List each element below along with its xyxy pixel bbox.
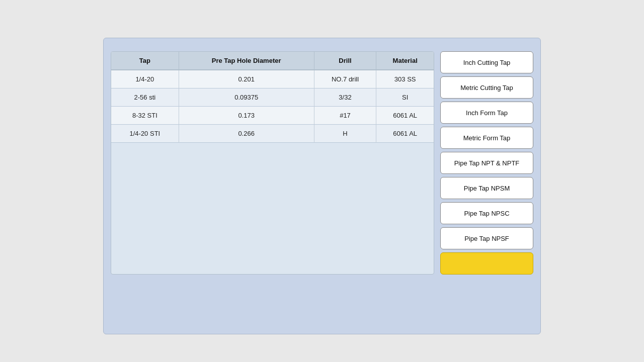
table-row: 2-56 sti0.093753/32SI — [111, 88, 434, 107]
buttons-area: Inch Cutting TapMetric Cutting TapInch F… — [440, 51, 533, 275]
col-drill: Drill — [314, 52, 376, 70]
content-area: Tap Pre Tap Hole Diameter Drill Material… — [111, 51, 533, 275]
cell-drill: H — [314, 125, 376, 143]
cell-tap: 1/4-20 STI — [111, 125, 179, 143]
pipe-tap-npsf-button[interactable]: Pipe Tap NPSF — [440, 227, 533, 249]
cell-drill: 3/32 — [314, 88, 376, 107]
cell-material: 303 SS — [376, 70, 434, 88]
cell-diameter: 0.173 — [179, 107, 314, 125]
inch-form-tap-button[interactable]: Inch Form Tap — [440, 102, 533, 124]
cell-tap: 2-56 sti — [111, 88, 179, 107]
table-row: 8-32 STI0.173#176061 AL — [111, 107, 434, 125]
cell-diameter: 0.266 — [179, 125, 314, 143]
drill-size-table: Tap Pre Tap Hole Diameter Drill Material… — [111, 52, 434, 143]
pipe-tap-npt-nptf-button[interactable]: Pipe Tap NPT & NPTF — [440, 152, 533, 174]
cell-drill: #17 — [314, 107, 376, 125]
cell-diameter: 0.09375 — [179, 88, 314, 107]
pipe-tap-npsc-button[interactable]: Pipe Tap NPSC — [440, 202, 533, 224]
table-area: Tap Pre Tap Hole Diameter Drill Material… — [111, 51, 434, 275]
cell-material: 6061 AL — [376, 125, 434, 143]
cell-drill: NO.7 drill — [314, 70, 376, 88]
cell-material: SI — [376, 88, 434, 107]
col-material: Material — [376, 52, 434, 70]
col-tap: Tap — [111, 52, 179, 70]
main-panel: Tap Pre Tap Hole Diameter Drill Material… — [103, 38, 541, 334]
metric-cutting-tap-button[interactable]: Metric Cutting Tap — [440, 76, 533, 99]
cell-tap: 8-32 STI — [111, 107, 179, 125]
cell-material: 6061 AL — [376, 107, 434, 125]
table-row: 1/4-200.201NO.7 drill303 SS — [111, 70, 434, 88]
cell-tap: 1/4-20 — [111, 70, 179, 88]
inch-cutting-tap-button[interactable]: Inch Cutting Tap — [440, 51, 533, 73]
metric-form-tap-button[interactable]: Metric Form Tap — [440, 127, 533, 149]
table-row: 1/4-20 STI0.266H6061 AL — [111, 125, 434, 143]
col-diameter: Pre Tap Hole Diameter — [179, 52, 314, 70]
bottom-action-button[interactable] — [440, 252, 533, 275]
cell-diameter: 0.201 — [179, 70, 314, 88]
pipe-tap-npsm-button[interactable]: Pipe Tap NPSM — [440, 177, 533, 199]
